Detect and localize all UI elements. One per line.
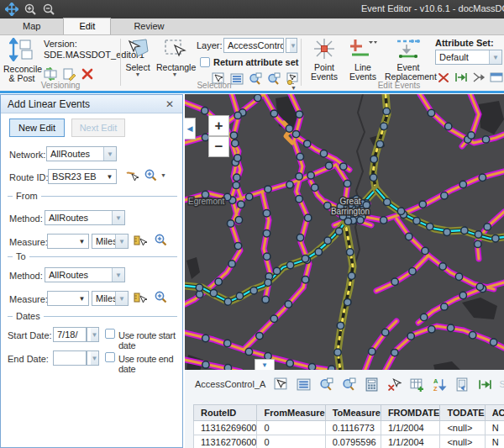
window-title: Event Editor - v10.6.1 - docMassDOTM (361, 3, 504, 13)
collapse-table-button[interactable]: ▼ (255, 359, 275, 370)
reconcile-post-icon (3, 38, 40, 63)
to-method-label: Method: (9, 271, 43, 281)
zoom-next-selected-icon[interactable] (342, 377, 356, 392)
delete-selected-icon[interactable] (387, 377, 402, 392)
list-icon[interactable] (297, 377, 311, 392)
return-attribute-checkbox[interactable] (200, 57, 210, 67)
selection-group-label: Selection (168, 81, 260, 90)
refresh-version-icon[interactable] (44, 67, 57, 81)
close-icon[interactable]: ✕ (164, 98, 176, 110)
tab-edit[interactable]: Edit (63, 18, 111, 34)
event-replacement-icon (385, 38, 432, 61)
next-edit-button[interactable]: Next Edit (71, 119, 125, 137)
zoom-selected-icon[interactable] (319, 377, 333, 392)
point-events-button[interactable]: Point Events (307, 38, 341, 82)
column-header[interactable]: FROMDATE (381, 405, 440, 421)
ribbon: Reconcile & Post Version: SDE.MASSDOT_ed… (0, 35, 504, 91)
to-unit-dropdown[interactable]: Miles ▼ (92, 291, 129, 306)
collapse-panel-button[interactable]: ◀ (185, 118, 196, 140)
pan-icon[interactable] (5, 3, 18, 16)
rectangle-button[interactable]: Rectangle ▼ (156, 38, 193, 77)
edit-events-group-label: Edit Events (353, 81, 445, 90)
from-method-dropdown[interactable]: AllRoutes ▼ (45, 210, 125, 225)
route-id-combo[interactable]: BSR23 EB ▼ (48, 169, 117, 184)
to-method-dropdown[interactable]: AllRoutes ▼ (45, 267, 125, 282)
table-row[interactable]: 1131627060000.07955961/1/2004<null>N (194, 435, 504, 448)
attributes-window-icon[interactable] (490, 71, 503, 84)
map-view[interactable]: EgremontGreatBarrington ◀ + − ▼ (185, 94, 504, 370)
start-date-input[interactable]: 7/18/ (53, 327, 87, 342)
rectangle-select-icon (156, 38, 193, 61)
measure-event-icon[interactable] (454, 71, 468, 84)
attribute-set-label: Attribute Set: (435, 38, 494, 48)
chevron-down-icon: ▼ (103, 170, 116, 183)
sort-az-icon[interactable]: AZ (433, 377, 447, 392)
from-measure-label: Measure: (9, 237, 48, 247)
from-zoom-icon[interactable] (154, 233, 168, 247)
table-row[interactable]: 1131626960000.11167731/1/2004<null>N (194, 421, 504, 435)
select-button[interactable]: Select ▼ (123, 38, 153, 77)
end-date-input[interactable] (53, 350, 87, 366)
event-editor-app: Event Editor - v10.6.1 - docMassDOTM Map… (0, 0, 504, 448)
new-edit-button[interactable]: New Edit (9, 119, 65, 137)
table-cell: 0 (257, 435, 325, 448)
zoom-out-icon[interactable] (42, 3, 55, 16)
attribute-set-dropdown[interactable]: Default ▼ (435, 50, 502, 65)
reconcile-post-button[interactable]: Reconcile & Post (3, 38, 40, 83)
delete-version-icon[interactable] (81, 67, 94, 81)
start-date-arrow[interactable]: ▼ (87, 327, 99, 342)
version-value: SDE.MASSDOT_editor1 (44, 50, 121, 61)
column-header[interactable]: ToMeasure (325, 405, 381, 421)
add-row-icon[interactable] (410, 377, 424, 392)
table-cell: 0 (257, 421, 325, 435)
attribute-table: RouteIDFromMeasureToMeasureFROMDATETODAT… (193, 404, 504, 448)
svg-text:Egremont: Egremont (188, 197, 225, 206)
tab-map[interactable]: Map (7, 18, 56, 34)
to-measure-select-icon[interactable] (134, 291, 148, 305)
identify-icon[interactable] (455, 377, 470, 392)
selectable-layers-icon[interactable] (286, 72, 299, 86)
network-dropdown[interactable]: AllRoutes ▼ (46, 146, 117, 161)
layer-dropdown-arrow[interactable]: ▼ (286, 38, 297, 53)
map-zoom-out-button[interactable]: − (208, 136, 229, 157)
use-route-end-checkbox[interactable] (105, 352, 115, 362)
use-route-start-checkbox[interactable] (105, 329, 115, 339)
column-header[interactable]: FromMeasure (257, 405, 325, 421)
line-events-button[interactable]: Line Events (346, 38, 380, 82)
layer-dropdown[interactable]: AccessControl_A (223, 38, 284, 53)
table-cell: 11316269600 (194, 421, 257, 435)
pan-selected-icon[interactable] (267, 72, 281, 86)
grid-disabled-label: S (499, 379, 504, 389)
chevron-down-icon: ▼ (489, 50, 501, 64)
from-unit-dropdown[interactable]: Miles ▼ (92, 234, 129, 249)
map-zoom-in-button[interactable]: + (208, 115, 229, 136)
zoom-route-icon[interactable] (144, 168, 158, 182)
column-header[interactable]: TODATE (440, 405, 485, 421)
zoom-route-caret[interactable]: ▼ (160, 173, 166, 178)
column-header[interactable]: RouteID (194, 405, 257, 421)
table-cell: <null> (440, 435, 485, 448)
from-method-label: Method: (9, 213, 43, 224)
zoom-in-icon[interactable] (24, 3, 37, 16)
event-replacement-button[interactable]: Event Replacement (385, 38, 432, 82)
merge-events-icon[interactable] (472, 71, 486, 84)
new-version-icon[interactable] (62, 67, 76, 81)
from-measure-select-icon[interactable] (134, 234, 148, 248)
measure-icon[interactable] (478, 377, 492, 392)
select-route-icon[interactable] (125, 169, 139, 183)
from-measure-combo[interactable]: ▼ (47, 234, 89, 249)
grid-toolbar: AccessControl_A AZ S (185, 373, 504, 395)
to-measure-combo[interactable]: ▼ (47, 291, 89, 306)
table-cell: 0.1116773 (325, 421, 381, 435)
polygon-select-icon[interactable] (274, 377, 288, 392)
tab-review[interactable]: Review (118, 18, 180, 34)
start-date-label: Start Date: (8, 330, 52, 340)
calculator-icon[interactable] (365, 377, 379, 392)
column-header[interactable]: AC (485, 405, 504, 421)
return-attribute-label: Return attribute set (213, 57, 298, 67)
table-cell: N (485, 435, 504, 448)
to-zoom-icon[interactable] (154, 290, 168, 304)
panel-title: Add Linear Events (8, 98, 164, 110)
end-date-arrow[interactable]: ▼ (87, 350, 99, 366)
network-label: Network: (9, 150, 45, 160)
